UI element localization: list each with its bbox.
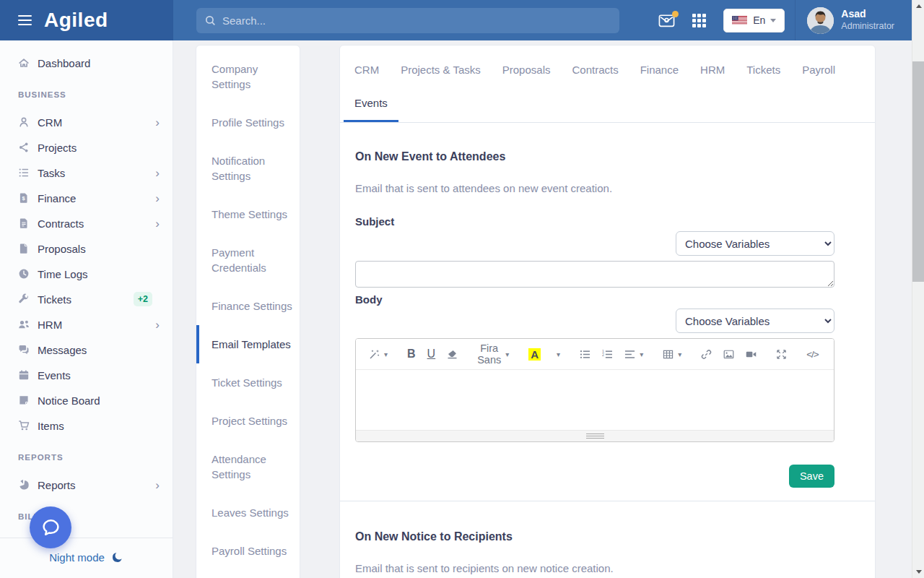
settings-item-payroll-settings[interactable]: Payroll Settings — [196, 532, 300, 570]
search-icon — [205, 15, 216, 26]
editor-body[interactable] — [356, 370, 834, 430]
sidebar-item-proposals[interactable]: Proposals — [0, 236, 173, 261]
header-brand-area: Agiled — [0, 0, 173, 40]
settings-item-company-settings[interactable]: Company Settings — [196, 50, 300, 103]
settings-item-attendance-settings[interactable]: Attendance Settings — [196, 440, 300, 493]
settings-item-notification-settings[interactable]: Notification Settings — [196, 142, 300, 195]
share-icon — [18, 142, 30, 153]
user-name: Asad — [841, 8, 894, 21]
scrollbar-up-arrow[interactable] — [912, 0, 924, 12]
subject-label: Subject — [355, 215, 834, 228]
scrollbar-thumb[interactable] — [912, 61, 924, 282]
chevron-right-icon: › — [155, 319, 160, 331]
language-label: En — [753, 14, 765, 26]
editor-ol-button[interactable]: 12 — [596, 343, 619, 365]
scrollbar-down-arrow[interactable] — [912, 566, 924, 578]
editor-picture-button[interactable] — [718, 343, 740, 365]
editor-table-button[interactable]: ▾ — [657, 343, 687, 365]
editor-fontname-button[interactable]: Fira Sans▾ — [471, 343, 515, 365]
tab-hrm[interactable]: HRM — [689, 46, 736, 85]
search-input[interactable] — [222, 14, 611, 27]
sidebar-item-label: Events — [38, 369, 71, 381]
tab-tickets[interactable]: Tickets — [736, 46, 791, 85]
editor-eraser-button[interactable] — [441, 343, 463, 365]
sidebar-item-projects[interactable]: Projects — [0, 135, 173, 160]
editor-codeview-button[interactable]: </> — [801, 343, 824, 365]
video-icon — [746, 349, 757, 360]
picture-icon — [723, 349, 734, 360]
settings-item-theme-settings[interactable]: Theme Settings — [196, 195, 300, 233]
subject-choose-variables-select[interactable]: Choose Variables — [676, 231, 834, 256]
language-selector[interactable]: En — [723, 9, 785, 33]
chat-launcher-icon — [40, 517, 62, 539]
user-menu[interactable]: Asad Administrator — [807, 7, 894, 34]
list-icon — [18, 167, 30, 178]
settings-item-ticket-settings[interactable]: Ticket Settings — [196, 363, 300, 402]
editor-arrows-button[interactable] — [770, 343, 793, 365]
sidebar-item-finance[interactable]: $Finance› — [0, 186, 173, 210]
editor-bold-button[interactable]: B — [401, 343, 422, 365]
sidebar-item-label: CRM — [38, 116, 62, 129]
settings-item-payment-credentials[interactable]: Payment Credentials — [196, 233, 300, 287]
editor-resize-bar[interactable] — [356, 430, 834, 441]
main-sidebar: DashboardBUSINESSCRM›ProjectsTasks›$Fina… — [0, 40, 173, 578]
editor-color-button[interactable]: A — [523, 343, 546, 365]
editor-video-button[interactable] — [740, 343, 762, 365]
board-icon — [18, 394, 30, 406]
global-search[interactable] — [196, 8, 619, 33]
sidebar-item-label: Proposals — [38, 243, 86, 255]
sidebar-item-crm[interactable]: CRM› — [0, 110, 173, 134]
mail-notifications-button[interactable] — [658, 14, 675, 27]
sidebar-item-items[interactable]: Items — [0, 413, 173, 438]
night-mode-toggle[interactable]: Night mode — [0, 538, 173, 576]
sidebar-item-label: Items — [38, 420, 64, 432]
sidebar-section-label-reports: REPORTS — [0, 453, 173, 462]
pie-icon — [18, 479, 30, 491]
sidebar-item-label: Notice Board — [38, 394, 100, 407]
tab-contracts[interactable]: Contracts — [561, 46, 629, 85]
sidebar-item-events[interactable]: Events — [0, 363, 173, 387]
settings-item-email-templates[interactable]: Email Templates — [196, 325, 300, 363]
sidebar-item-notice-board[interactable]: Notice Board — [0, 388, 173, 413]
settings-item-finance-settings[interactable]: Finance Settings — [196, 287, 300, 325]
settings-item-project-settings[interactable]: Project Settings — [196, 402, 300, 440]
chat-icon — [18, 344, 30, 355]
editor-paragraph-button[interactable]: ▾ — [619, 343, 649, 365]
sidebar-item-label: HRM — [38, 319, 62, 331]
sidebar-item-contracts[interactable]: Contracts› — [0, 211, 173, 236]
body-label: Body — [355, 293, 834, 306]
editor-color-caret-button[interactable]: ▾ — [546, 343, 566, 365]
cart-icon — [18, 420, 30, 431]
sidebar-item-label: Tasks — [38, 167, 65, 179]
save-button[interactable]: Save — [789, 465, 834, 488]
sidebar-item-dashboard[interactable]: Dashboard — [0, 51, 173, 75]
sidebar-item-tickets[interactable]: Tickets+2 — [0, 287, 173, 311]
file-lines-icon — [18, 217, 30, 229]
body-choose-variables-select[interactable]: Choose Variables — [676, 309, 834, 333]
sidebar-item-hrm[interactable]: HRM› — [0, 312, 173, 337]
tab-crm[interactable]: CRM — [344, 46, 390, 85]
hamburger-menu-icon[interactable] — [18, 15, 32, 25]
sidebar-item-tasks[interactable]: Tasks› — [0, 160, 173, 185]
settings-item-leaves-settings[interactable]: Leaves Settings — [196, 493, 300, 532]
tab-events[interactable]: Events — [344, 85, 398, 122]
editor-underline-button[interactable]: U — [422, 343, 442, 365]
tab-proposals[interactable]: Proposals — [492, 46, 562, 85]
ol-icon: 12 — [602, 349, 613, 360]
settings-item-profile-settings[interactable]: Profile Settings — [196, 103, 300, 142]
sidebar-item-time-logs[interactable]: Time Logs — [0, 262, 173, 286]
subject-input[interactable] — [355, 261, 834, 288]
tab-projects-tasks[interactable]: Projects & Tasks — [390, 46, 492, 85]
sidebar-item-messages[interactable]: Messages — [0, 337, 173, 362]
tab-payroll[interactable]: Payroll — [791, 46, 846, 85]
sidebar-item-reports[interactable]: Reports› — [0, 473, 173, 497]
template-tabs: CRMProjects & TasksProposalsContractsFin… — [340, 46, 875, 123]
editor-magic-button[interactable]: ▾ — [363, 343, 393, 365]
tab-finance[interactable]: Finance — [629, 46, 689, 85]
editor-link-button[interactable] — [695, 343, 718, 365]
editor-help-button[interactable]: ? — [832, 343, 834, 365]
apps-menu-button[interactable] — [692, 14, 706, 27]
sidebar-section-label-billing: BILLING — [0, 512, 173, 521]
editor-ul-button[interactable] — [574, 343, 596, 365]
chat-launcher-button[interactable] — [30, 506, 71, 548]
